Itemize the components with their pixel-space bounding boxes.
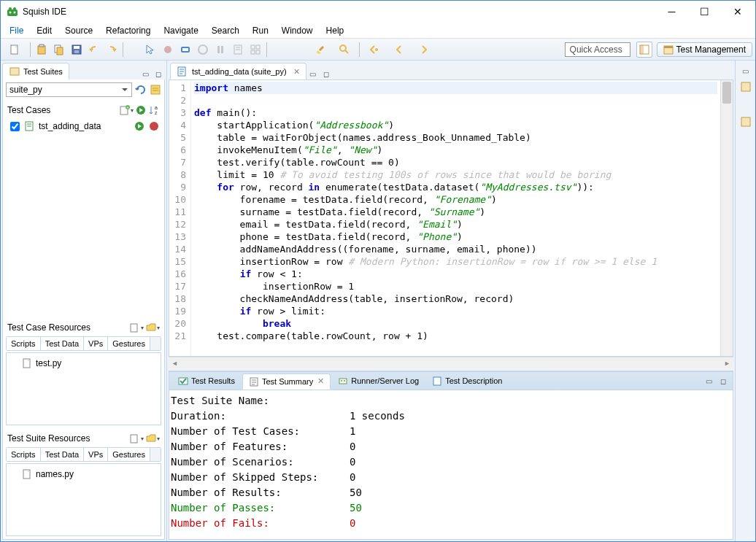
svg-point-45 bbox=[150, 122, 158, 131]
perspective-button[interactable]: Test Management bbox=[657, 42, 752, 57]
bottom-tab-test-results[interactable]: Test Results bbox=[172, 373, 241, 388]
svg-rect-33 bbox=[10, 68, 19, 75]
bottom-tabs: Test ResultsTest Summary✕Runner/Server L… bbox=[169, 371, 733, 390]
bottom-tab-test-description[interactable]: Test Description bbox=[426, 373, 508, 388]
pointer-button[interactable] bbox=[142, 42, 158, 58]
close-tab-icon[interactable]: ✕ bbox=[293, 67, 300, 77]
editor-min-icon[interactable]: ▭ bbox=[307, 68, 319, 80]
new-resource-icon[interactable] bbox=[129, 322, 141, 333]
refresh-suite-icon[interactable] bbox=[135, 84, 147, 96]
svg-rect-32 bbox=[664, 46, 673, 48]
menu-edit[interactable]: Edit bbox=[31, 24, 58, 37]
maximize-button[interactable]: ☐ bbox=[688, 1, 721, 22]
bottom-tab-test-summary[interactable]: Test Summary✕ bbox=[242, 373, 331, 390]
code-area[interactable]: import names def main(): startApplicatio… bbox=[191, 80, 720, 356]
svg-line-27 bbox=[345, 50, 348, 53]
subtab-test-data[interactable]: Test Data bbox=[41, 448, 84, 461]
summary-row: Duration:1 seconds bbox=[171, 409, 731, 424]
restore-view-icon[interactable]: ▭ bbox=[740, 65, 752, 77]
main-area: Test Suites ▭ ◻ suite_py Test Cases + ▾ … bbox=[1, 61, 755, 541]
menu-search[interactable]: Search bbox=[206, 24, 245, 37]
test-suites-tab-label: Test Suites bbox=[23, 67, 63, 76]
left-panel: Test Suites ▭ ◻ suite_py Test Cases + ▾ … bbox=[1, 61, 167, 541]
testcase-checkbox[interactable] bbox=[10, 122, 20, 131]
new-testcase-icon[interactable]: + bbox=[119, 104, 131, 116]
nav-back-button[interactable] bbox=[387, 42, 411, 58]
editor-tab[interactable]: tst_adding_data (suite_py) ✕ bbox=[170, 63, 306, 80]
strip-icon-1[interactable] bbox=[740, 81, 752, 93]
svg-rect-46 bbox=[131, 324, 137, 332]
menu-navigate[interactable]: Navigate bbox=[158, 24, 204, 37]
clipboard-button[interactable] bbox=[230, 42, 246, 58]
maximize-view-icon[interactable]: ◻ bbox=[153, 68, 164, 80]
bottom-min-icon[interactable]: ▭ bbox=[703, 375, 714, 387]
svg-point-4 bbox=[14, 12, 16, 14]
summary-row: Number of Scenarios:0 bbox=[171, 454, 731, 470]
test-case-item[interactable]: tst_adding_data bbox=[6, 119, 161, 133]
svg-rect-30 bbox=[640, 45, 644, 54]
close-bottom-tab-icon[interactable]: ✕ bbox=[317, 376, 324, 386]
redo-button[interactable] bbox=[104, 42, 120, 58]
subtab-vps[interactable]: VPs bbox=[84, 337, 108, 350]
editor-hscrollbar[interactable]: ◄► bbox=[169, 357, 733, 369]
menu-file[interactable]: File bbox=[4, 24, 29, 37]
open-perspective-button[interactable] bbox=[636, 42, 652, 58]
open-folder-icon[interactable] bbox=[145, 322, 157, 333]
sort-icon[interactable]: az bbox=[148, 104, 160, 116]
verify-button[interactable] bbox=[177, 42, 193, 58]
subtab-test-data[interactable]: Test Data bbox=[41, 337, 84, 350]
svg-rect-22 bbox=[251, 45, 255, 49]
undo-button[interactable] bbox=[86, 42, 102, 58]
titlebar: Squish IDE ─ ☐ ✕ bbox=[1, 1, 755, 23]
subtab-scripts[interactable]: Scripts bbox=[7, 337, 41, 350]
copy-button[interactable] bbox=[51, 42, 67, 58]
line-gutter: 123456789101112131415161718192021 bbox=[169, 80, 191, 356]
menu-help[interactable]: Help bbox=[320, 24, 350, 37]
save-button[interactable] bbox=[69, 42, 85, 58]
close-button[interactable]: ✕ bbox=[721, 1, 754, 22]
record-button[interactable] bbox=[160, 42, 176, 58]
record-tc-icon[interactable] bbox=[148, 120, 160, 132]
editor-body[interactable]: 123456789101112131415161718192021 import… bbox=[169, 80, 733, 357]
editor-vscrollbar[interactable] bbox=[720, 80, 733, 356]
stop-record-button[interactable] bbox=[195, 42, 211, 58]
strip-icon-2[interactable] bbox=[740, 116, 752, 128]
paste-button[interactable] bbox=[34, 42, 50, 58]
run-testcase-icon[interactable] bbox=[135, 104, 147, 116]
menu-source[interactable]: Source bbox=[59, 24, 99, 37]
minimize-view-icon[interactable]: ▭ bbox=[139, 68, 151, 80]
new-button[interactable] bbox=[4, 42, 27, 58]
file-item[interactable]: test.py bbox=[9, 356, 158, 371]
menu-window[interactable]: Window bbox=[276, 24, 319, 37]
pause-button[interactable] bbox=[212, 42, 228, 58]
summary-row: Number of Results:50 bbox=[171, 485, 731, 500]
svg-point-26 bbox=[340, 45, 346, 51]
nav-last-button[interactable] bbox=[363, 42, 386, 58]
grid-button[interactable] bbox=[247, 42, 263, 58]
svg-rect-11 bbox=[74, 46, 80, 49]
menu-run[interactable]: Run bbox=[247, 24, 274, 37]
suite-select[interactable]: suite_py bbox=[6, 82, 132, 97]
new-resource2-icon[interactable] bbox=[129, 433, 141, 444]
minimize-button[interactable]: ─ bbox=[655, 1, 688, 22]
subtab-gestures[interactable]: Gestures bbox=[108, 337, 150, 350]
run-tc-icon[interactable] bbox=[134, 120, 145, 132]
test-suites-tab[interactable]: Test Suites bbox=[2, 63, 69, 80]
subtab-vps[interactable]: VPs bbox=[84, 448, 108, 461]
file-item[interactable]: names.py bbox=[9, 467, 158, 481]
search-button[interactable] bbox=[333, 42, 356, 58]
subtab-gestures[interactable]: Gestures bbox=[108, 448, 150, 461]
subtab-scripts[interactable]: Scripts bbox=[7, 448, 41, 461]
svg-rect-34 bbox=[151, 85, 160, 94]
quick-access-input[interactable]: Quick Access bbox=[565, 42, 630, 57]
summary-row: Test Suite Name: bbox=[171, 393, 731, 409]
test-summary-body: Test Suite Name:Duration:1 secondsNumber… bbox=[169, 390, 733, 540]
suite-settings-icon[interactable] bbox=[150, 84, 161, 96]
menu-refactoring[interactable]: Refactoring bbox=[100, 24, 156, 37]
bottom-max-icon[interactable]: ◻ bbox=[717, 375, 729, 387]
editor-max-icon[interactable]: ◻ bbox=[320, 68, 332, 80]
highlight-button[interactable] bbox=[308, 42, 331, 58]
open-folder2-icon[interactable] bbox=[145, 433, 157, 444]
bottom-tab-runner-server-log[interactable]: Runner/Server Log bbox=[332, 373, 425, 388]
nav-fwd-button[interactable] bbox=[412, 42, 436, 58]
